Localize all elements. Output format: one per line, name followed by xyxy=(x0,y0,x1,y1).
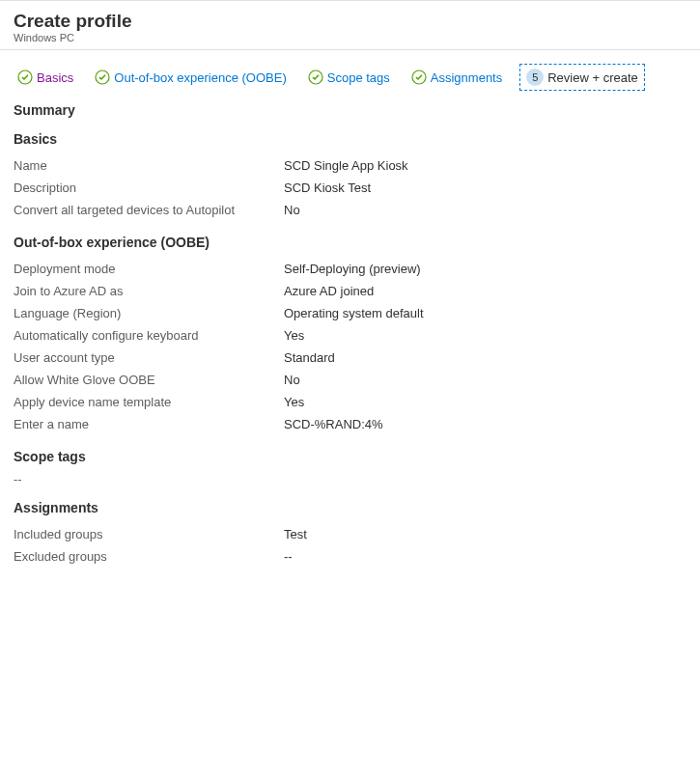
page-subtitle: Windows PC xyxy=(14,32,686,43)
tab-review-create[interactable]: 5 Review + create xyxy=(519,64,645,91)
tab-oobe[interactable]: Out-of-box experience (OOBE) xyxy=(91,66,290,89)
row-included-groups: Included groups Test xyxy=(14,523,686,545)
tab-scope-tags[interactable]: Scope tags xyxy=(304,66,394,89)
row-language: Language (Region) Operating system defau… xyxy=(14,302,686,324)
tab-label: Assignments xyxy=(431,70,502,85)
label: Join to Azure AD as xyxy=(14,284,284,298)
tab-assignments[interactable]: Assignments xyxy=(407,66,506,89)
value: Self-Deploying (preview) xyxy=(284,262,686,276)
value: SCD-%RAND:4% xyxy=(284,417,686,431)
step-number-badge: 5 xyxy=(526,69,544,86)
value: Standard xyxy=(284,350,686,365)
row-user-account-type: User account type Standard xyxy=(14,347,686,369)
section-title-assignments: Assignments xyxy=(14,500,686,515)
row-convert-autopilot: Convert all targeted devices to Autopilo… xyxy=(14,199,686,221)
label: Convert all targeted devices to Autopilo… xyxy=(14,203,284,217)
check-icon xyxy=(95,69,110,85)
row-excluded-groups: Excluded groups -- xyxy=(14,545,686,568)
scope-tags-empty: -- xyxy=(14,472,686,486)
label: Deployment mode xyxy=(14,262,284,276)
label: Automatically configure keyboard xyxy=(14,328,284,343)
label: Allow White Glove OOBE xyxy=(14,373,284,387)
label: Description xyxy=(14,180,284,195)
tab-label: Basics xyxy=(37,70,73,85)
row-keyboard: Automatically configure keyboard Yes xyxy=(14,324,686,347)
section-title-basics: Basics xyxy=(14,131,686,147)
label: Excluded groups xyxy=(14,549,284,564)
value: SCD Kiosk Test xyxy=(284,180,686,195)
section-title-oobe: Out-of-box experience (OOBE) xyxy=(14,235,686,250)
check-icon xyxy=(411,69,427,85)
value: SCD Single App Kiosk xyxy=(284,158,686,173)
label: User account type xyxy=(14,350,284,365)
row-description: Description SCD Kiosk Test xyxy=(14,177,686,199)
value: No xyxy=(284,203,686,217)
page-title: Create profile xyxy=(14,11,686,32)
wizard-tabs: Basics Out-of-box experience (OOBE) Scop… xyxy=(14,50,686,100)
row-white-glove: Allow White Glove OOBE No xyxy=(14,369,686,391)
check-icon xyxy=(308,69,323,85)
label: Enter a name xyxy=(14,417,284,431)
value: Yes xyxy=(284,395,686,409)
tab-label: Out-of-box experience (OOBE) xyxy=(114,70,286,85)
value: -- xyxy=(284,549,686,564)
value: Operating system default xyxy=(284,306,686,320)
section-title-summary: Summary xyxy=(14,102,686,118)
label: Apply device name template xyxy=(14,395,284,409)
value: Azure AD joined xyxy=(284,284,686,298)
tab-label: Review + create xyxy=(547,70,638,85)
tab-basics[interactable]: Basics xyxy=(14,66,77,89)
row-name: Name SCD Single App Kiosk xyxy=(14,154,686,177)
value: No xyxy=(284,373,686,387)
label: Included groups xyxy=(14,527,284,541)
row-enter-name: Enter a name SCD-%RAND:4% xyxy=(14,413,686,435)
row-join-azure-ad: Join to Azure AD as Azure AD joined xyxy=(14,280,686,302)
tab-label: Scope tags xyxy=(327,70,390,85)
value: Yes xyxy=(284,328,686,343)
check-icon xyxy=(17,69,33,85)
label: Language (Region) xyxy=(14,306,284,320)
row-deployment-mode: Deployment mode Self-Deploying (preview) xyxy=(14,258,686,280)
row-device-name-template: Apply device name template Yes xyxy=(14,391,686,413)
label: Name xyxy=(14,158,284,173)
page-header: Create profile Windows PC xyxy=(0,0,700,50)
section-title-scope-tags: Scope tags xyxy=(14,449,686,464)
value: Test xyxy=(284,527,686,541)
